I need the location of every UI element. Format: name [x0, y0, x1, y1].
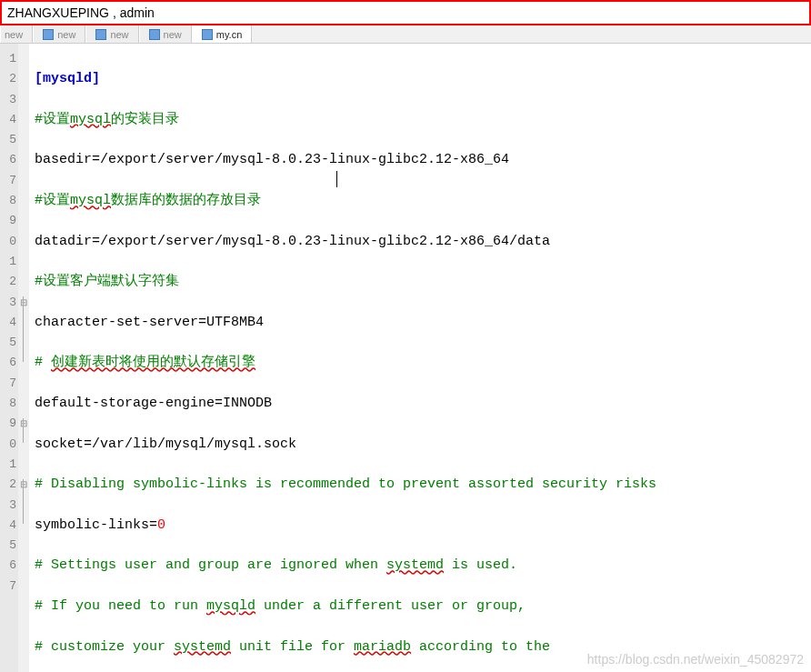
code-text: 创建新表时将使用的默认存储引擎 — [51, 355, 255, 370]
fold-minus-icon[interactable]: ⊟ — [18, 414, 29, 434]
line-number-gutter: 123456789012345678901234567 — [0, 44, 18, 672]
tab-new-4[interactable]: new — [139, 25, 192, 43]
code-text: [mysqld] — [35, 71, 100, 86]
code-text: # customize your — [35, 639, 174, 655]
tab-new-2[interactable]: new — [33, 25, 85, 43]
code-text: # If you need to run — [35, 598, 206, 614]
watermark: https://blog.csdn.net/weixin_45082972 — [587, 652, 804, 667]
fold-minus-icon[interactable]: ⊟ — [18, 475, 29, 495]
title-bar: ZHANGXUEPING , admin — [0, 0, 811, 25]
tab-bar: new new new new my.cn — [0, 25, 811, 44]
code-area[interactable]: [mysqld] #设置mysql的安装目录 basedir=/export/s… — [29, 44, 811, 672]
code-text: is used. — [444, 557, 517, 573]
code-text: mysql — [70, 193, 111, 208]
code-text: #设置 — [35, 193, 70, 208]
tab-label: new — [5, 29, 23, 40]
code-text: socket=/var/lib/mysql/mysql.sock — [35, 436, 296, 452]
file-icon — [202, 29, 213, 40]
title-text: ZHANGXUEPING , admin — [7, 5, 155, 20]
code-text: datadir=/export/server/mysql-8.0.23-linu… — [35, 234, 550, 249]
code-text: basedir=/export/server/mysql-8.0.23-linu… — [35, 152, 509, 167]
code-text: symbolic-links= — [35, 517, 157, 533]
tab-label: new — [164, 29, 182, 40]
tab-new-3[interactable]: new — [85, 25, 138, 43]
code-text: default-storage-engine=INNODB — [35, 396, 272, 411]
tab-new-1[interactable]: new — [0, 25, 33, 43]
code-text: under a different user or group, — [255, 598, 526, 614]
code-text: according to the — [411, 639, 550, 655]
text-cursor — [336, 171, 337, 187]
code-text: # Disabling symbolic-links is recommende… — [35, 476, 656, 492]
fold-column[interactable]: ⊟ ⊟ ⊟ — [18, 44, 29, 672]
code-text: systemd — [386, 557, 444, 573]
code-text: # Settings user and group are ignored wh… — [35, 557, 386, 573]
code-text: mysqld — [206, 598, 255, 614]
code-text: #设置客户端默认字符集 — [35, 274, 179, 289]
code-text: mariadb — [354, 639, 411, 655]
tab-label: new — [57, 29, 75, 40]
file-icon — [43, 29, 54, 40]
code-text: 数据库的数据的存放目录 — [111, 193, 261, 208]
code-text: mysql — [70, 112, 111, 127]
tab-label: my.cn — [216, 29, 243, 40]
code-text: # — [35, 355, 51, 370]
fold-minus-icon[interactable]: ⊟ — [18, 293, 29, 313]
file-icon — [95, 29, 106, 40]
code-text: 的安装目录 — [111, 112, 179, 127]
code-text: #设置 — [35, 112, 70, 127]
file-icon — [149, 29, 160, 40]
tab-my-cnf[interactable]: my.cn — [192, 25, 253, 43]
code-text: systemd — [174, 639, 231, 655]
editor: 123456789012345678901234567 ⊟ ⊟ ⊟ [mysql… — [0, 44, 811, 672]
tab-label: new — [110, 29, 128, 40]
code-text: unit file for — [231, 639, 354, 655]
code-text: character-set-server=UTF8MB4 — [35, 315, 264, 330]
code-text: 0 — [157, 517, 165, 533]
